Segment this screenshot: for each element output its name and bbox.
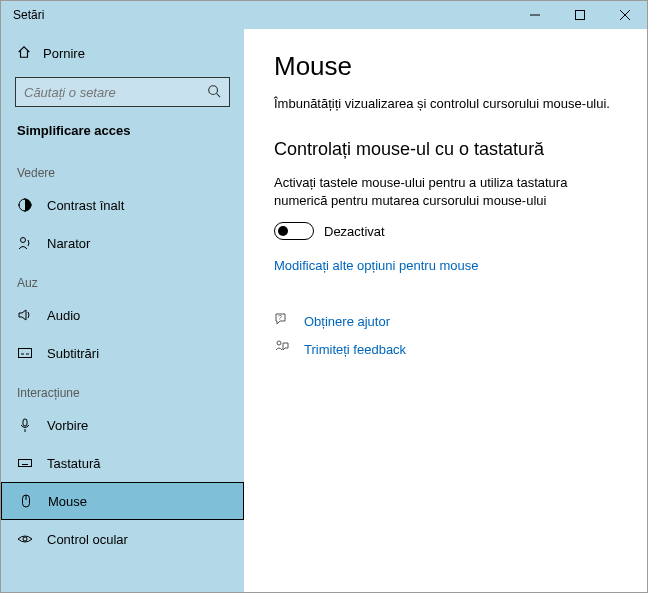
sidebar-item-audio[interactable]: Audio <box>1 296 244 334</box>
system-buttons <box>512 1 647 29</box>
mouse-icon <box>18 493 34 509</box>
feedback-icon <box>274 339 290 359</box>
title-bar: Setări <box>1 1 647 29</box>
svg-point-25 <box>23 537 27 541</box>
group-heading-hearing: Auz <box>1 262 244 296</box>
search-input[interactable] <box>24 85 201 100</box>
narrator-icon <box>17 235 33 251</box>
home-label: Pornire <box>43 46 85 61</box>
close-button[interactable] <box>602 1 647 29</box>
svg-line-5 <box>217 93 221 97</box>
svg-point-27 <box>277 341 281 345</box>
svg-point-11 <box>21 238 26 243</box>
toggle-switch-icon <box>274 222 314 240</box>
sidebar-item-label: Vorbire <box>47 418 88 433</box>
sidebar-item-subtitles[interactable]: Subtitrări <box>1 334 244 372</box>
sidebar-item-mouse[interactable]: Mouse <box>1 482 244 520</box>
sidebar-item-label: Control ocular <box>47 532 128 547</box>
feedback-link[interactable]: Trimiteți feedback <box>304 342 406 357</box>
sidebar-item-label: Audio <box>47 308 80 323</box>
sidebar-item-contrast[interactable]: Contrast înalt <box>1 186 244 224</box>
svg-rect-15 <box>23 419 27 426</box>
support-section: ? Obținere ajutor Trimiteți feedback <box>274 307 617 363</box>
help-icon: ? <box>274 311 290 331</box>
svg-rect-1 <box>575 11 584 20</box>
group-heading-interaction: Interacțiune <box>1 372 244 406</box>
contrast-icon <box>17 197 33 213</box>
svg-rect-12 <box>19 349 32 358</box>
minimize-button[interactable] <box>512 1 557 29</box>
keyboard-icon <box>17 455 33 471</box>
window-body: Pornire Simplificare acces Vedere Contra… <box>1 29 647 592</box>
subtitles-icon <box>17 345 33 361</box>
main-content: Mouse Îmbunătățiți vizualizarea și contr… <box>244 29 647 592</box>
audio-icon <box>17 307 33 323</box>
sidebar-item-narrator[interactable]: Narator <box>1 224 244 262</box>
section-heading: Controlați mouse-ul cu o tastatură <box>274 139 617 160</box>
sidebar-item-label: Contrast înalt <box>47 198 124 213</box>
speech-icon <box>17 417 33 433</box>
category-heading: Simplificare acces <box>1 117 244 152</box>
sidebar-item-label: Narator <box>47 236 90 251</box>
sidebar-item-eye-control[interactable]: Control ocular <box>1 520 244 558</box>
svg-text:?: ? <box>278 314 282 321</box>
window-title: Setări <box>1 8 512 22</box>
sidebar-item-speech[interactable]: Vorbire <box>1 406 244 444</box>
sidebar-item-keyboard[interactable]: Tastatură <box>1 444 244 482</box>
toggle-state-label: Dezactivat <box>324 224 385 239</box>
get-help-row: ? Obținere ajutor <box>274 307 617 335</box>
more-mouse-options-link[interactable]: Modificați alte opțiuni pentru mouse <box>274 258 617 273</box>
sidebar: Pornire Simplificare acces Vedere Contra… <box>1 29 244 592</box>
search-icon <box>207 84 221 101</box>
eye-icon <box>17 531 33 547</box>
sidebar-item-label: Mouse <box>48 494 87 509</box>
maximize-button[interactable] <box>557 1 602 29</box>
svg-point-4 <box>209 85 218 94</box>
home-icon <box>17 45 31 62</box>
settings-window: Setări Pornire Simplificare acces Vedere… <box>0 0 648 593</box>
toggle-description: Activați tastele mouse-ului pentru a uti… <box>274 174 617 210</box>
sidebar-item-label: Tastatură <box>47 456 100 471</box>
mouse-keys-toggle[interactable]: Dezactivat <box>274 222 617 240</box>
get-help-link[interactable]: Obținere ajutor <box>304 314 390 329</box>
sidebar-item-label: Subtitrări <box>47 346 99 361</box>
page-description: Îmbunătățiți vizualizarea și controlul c… <box>274 96 617 111</box>
feedback-row: Trimiteți feedback <box>274 335 617 363</box>
search-box[interactable] <box>15 77 230 107</box>
svg-rect-17 <box>19 460 32 467</box>
page-title: Mouse <box>274 51 617 82</box>
group-heading-vision: Vedere <box>1 152 244 186</box>
home-button[interactable]: Pornire <box>1 35 244 71</box>
